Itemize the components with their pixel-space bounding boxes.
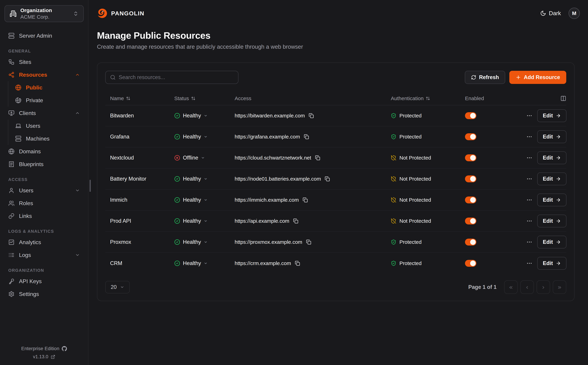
chart-icon — [8, 239, 14, 245]
page-size-select[interactable]: 20 — [105, 281, 130, 293]
column-visibility-button[interactable] — [526, 96, 566, 101]
chevrons-up-down-icon — [73, 11, 78, 16]
row-menu-button[interactable] — [526, 218, 533, 224]
shield-check-icon — [391, 239, 396, 245]
external-link-icon[interactable] — [51, 355, 55, 359]
sidebar-scrollbar-thumb[interactable] — [89, 180, 91, 192]
enabled-toggle[interactable] — [465, 218, 476, 225]
previous-page-button[interactable]: ‹ — [520, 281, 534, 294]
sidebar-item-api-keys[interactable]: API Keys — [5, 275, 84, 288]
copy-icon[interactable] — [303, 197, 308, 203]
copy-icon[interactable] — [325, 176, 330, 182]
column-header-authentication[interactable]: Authentication — [391, 96, 465, 101]
sidebar-item-clients[interactable]: Clients — [5, 107, 84, 119]
sidebar-item-client-users[interactable]: Users — [8, 119, 84, 132]
status-cell[interactable]: Healthy — [174, 260, 235, 267]
status-cell[interactable]: Healthy — [174, 134, 235, 140]
table-row: Prod API Healthy https://api.example.com — [105, 211, 566, 232]
shield-check-icon — [391, 134, 396, 140]
copy-icon[interactable] — [306, 239, 311, 245]
access-cell: https://proxmox.example.com — [235, 239, 391, 245]
sidebar-item-resources[interactable]: Resources — [5, 68, 84, 81]
sidebar-footer: Enterprise Edition v1.13.0 — [5, 346, 84, 361]
edit-button[interactable]: Edit — [537, 257, 567, 270]
copy-icon[interactable] — [304, 134, 309, 139]
enabled-toggle[interactable] — [465, 112, 476, 119]
columns-icon — [561, 96, 566, 101]
chevron-down-icon — [204, 198, 208, 202]
enabled-toggle[interactable] — [465, 154, 476, 161]
circle-check-icon — [174, 260, 180, 266]
copy-icon[interactable] — [293, 218, 298, 224]
chevron-down-icon — [204, 261, 208, 265]
status-cell[interactable]: Offline — [174, 155, 235, 161]
copy-icon[interactable] — [315, 155, 320, 160]
sidebar-item-roles[interactable]: Roles — [5, 197, 84, 210]
refresh-label: Refresh — [479, 74, 499, 80]
organization-picker[interactable]: Organization ACME Corp. — [5, 5, 84, 22]
status-label: Healthy — [183, 218, 201, 224]
enabled-toggle[interactable] — [465, 260, 476, 267]
enabled-toggle[interactable] — [465, 197, 476, 204]
enabled-toggle[interactable] — [465, 133, 476, 140]
enabled-cell — [465, 218, 526, 225]
copy-icon[interactable] — [295, 261, 300, 266]
sidebar-item-server-admin[interactable]: Server Admin — [5, 29, 84, 42]
sidebar-item-machines[interactable]: Machines — [8, 132, 84, 145]
row-menu-button[interactable] — [526, 197, 533, 203]
row-menu-button[interactable] — [526, 155, 533, 161]
circle-check-icon — [174, 197, 180, 203]
column-header-status[interactable]: Status — [174, 96, 235, 101]
sidebar-item-links[interactable]: Links — [5, 210, 84, 222]
sidebar-item-public[interactable]: Public — [8, 81, 84, 94]
sidebar-item-users[interactable]: Users — [5, 184, 84, 197]
sidebar-item-blueprints[interactable]: Blueprints — [5, 158, 84, 171]
edit-button[interactable]: Edit — [537, 194, 567, 206]
chevron-down-icon — [204, 177, 208, 181]
sidebar-item-sites[interactable]: Sites — [5, 56, 84, 68]
refresh-button[interactable]: Refresh — [465, 71, 505, 84]
sidebar-item-logs[interactable]: Logs — [5, 249, 84, 261]
add-resource-button[interactable]: Add Resource — [509, 71, 566, 84]
sidebar-item-analytics[interactable]: Analytics — [5, 236, 84, 249]
topbar: PANGOLIN Dark M — [97, 7, 588, 19]
theme-toggle[interactable]: Dark — [540, 10, 561, 17]
column-header-name[interactable]: Name — [105, 96, 174, 101]
row-menu-button[interactable] — [526, 112, 533, 119]
row-menu-button[interactable] — [526, 239, 533, 245]
status-cell[interactable]: Healthy — [174, 218, 235, 224]
edit-button[interactable]: Edit — [537, 236, 567, 248]
authentication-cell: Protected — [391, 260, 465, 266]
status-cell[interactable]: Healthy — [174, 197, 235, 203]
status-cell[interactable]: Healthy — [174, 239, 235, 245]
row-menu-button[interactable] — [526, 260, 533, 267]
status-cell[interactable]: Healthy — [174, 112, 235, 119]
main-content: PANGOLIN Dark M Manage Public Resources … — [97, 0, 588, 365]
first-page-button[interactable]: « — [504, 281, 518, 294]
edit-button[interactable]: Edit — [537, 109, 567, 122]
github-icon[interactable] — [62, 346, 67, 351]
chevron-down-icon — [204, 135, 208, 139]
enabled-toggle[interactable] — [465, 175, 476, 182]
row-menu-button[interactable] — [526, 134, 533, 140]
sidebar-item-private[interactable]: Private — [8, 94, 84, 107]
sidebar-item-domains[interactable]: Domains — [5, 145, 84, 158]
status-label: Healthy — [183, 197, 201, 203]
next-page-button[interactable]: › — [537, 281, 550, 294]
row-menu-button[interactable] — [526, 176, 533, 182]
edit-button[interactable]: Edit — [537, 215, 567, 227]
sidebar-item-settings[interactable]: Settings — [5, 288, 84, 301]
enabled-toggle[interactable] — [465, 239, 476, 246]
edit-button[interactable]: Edit — [537, 130, 567, 143]
edit-button[interactable]: Edit — [537, 151, 567, 164]
sidebar-item-label: Machines — [26, 135, 49, 142]
sidebar-item-label: Sites — [19, 59, 31, 65]
last-page-button[interactable]: » — [553, 281, 566, 294]
copy-icon[interactable] — [309, 113, 314, 118]
search-input[interactable] — [119, 74, 234, 80]
status-cell[interactable]: Healthy — [174, 176, 235, 182]
circle-check-icon — [174, 113, 180, 119]
avatar[interactable]: M — [568, 7, 580, 19]
column-header-enabled: Enabled — [465, 96, 526, 101]
edit-button[interactable]: Edit — [537, 173, 567, 185]
